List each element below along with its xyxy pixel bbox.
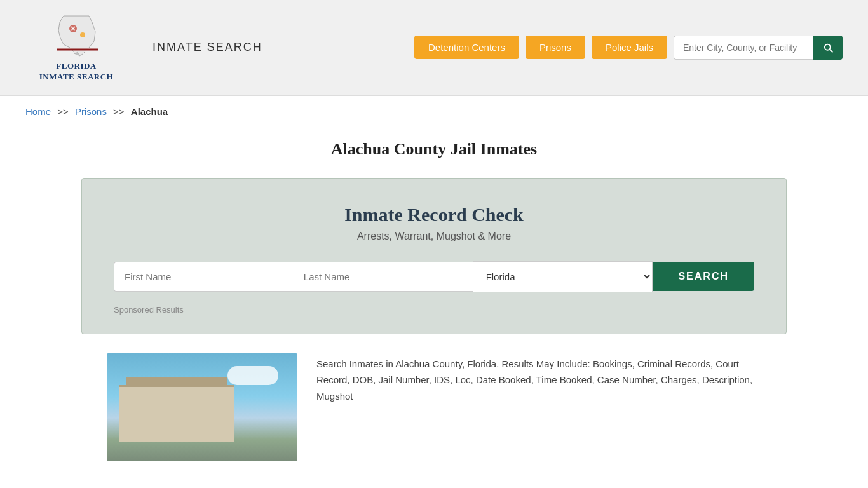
florida-logo-icon [51,13,102,57]
logo-area: FLORIDAINMATE SEARCH [25,13,127,83]
breadcrumb-sep-2: >> [113,106,125,117]
inmate-search-form: Florida SEARCH [114,261,754,292]
facility-search-input[interactable] [674,36,813,60]
breadcrumb-current: Alachua [131,106,168,117]
search-icon [822,42,834,53]
last-name-input[interactable] [294,262,473,292]
inmate-search-label: INMATE SEARCH [153,41,262,54]
state-select[interactable]: Florida [473,261,653,292]
inmate-search-button[interactable]: SEARCH [653,262,754,291]
record-check-subtitle: Arrests, Warrant, Mugshot & More [114,231,754,242]
breadcrumb-prisons-link[interactable]: Prisons [75,106,107,117]
page-title-section: Alachua County Jail Inmates [0,127,868,178]
page-title: Alachua County Jail Inmates [25,140,843,159]
first-name-input[interactable] [114,262,294,292]
main-nav: Detention Centers Prisons Police Jails [414,36,843,60]
bottom-section: Search Inmates in Alachua County, Florid… [81,353,787,487]
site-header: FLORIDAINMATE SEARCH INMATE SEARCH Deten… [0,0,868,96]
prisons-button[interactable]: Prisons [526,36,585,59]
breadcrumb-home-link[interactable]: Home [25,106,51,117]
sponsored-results-label: Sponsored Results [114,305,754,315]
cloud-decoration [227,366,278,385]
record-check-title: Inmate Record Check [114,204,754,226]
svg-point-1 [80,32,85,37]
facility-search-button[interactable] [813,36,843,60]
detention-centers-button[interactable]: Detention Centers [414,36,519,59]
logo-title: FLORIDAINMATE SEARCH [39,61,113,83]
facility-image [107,353,297,461]
building-decoration [119,385,234,442]
record-check-section: Inmate Record Check Arrests, Warrant, Mu… [81,178,787,334]
facility-description: Search Inmates in Alachua County, Florid… [316,353,761,405]
breadcrumb-sep-1: >> [57,106,69,117]
police-jails-button[interactable]: Police Jails [592,36,667,59]
breadcrumb: Home >> Prisons >> Alachua [0,96,868,127]
facility-search-area [674,36,843,60]
